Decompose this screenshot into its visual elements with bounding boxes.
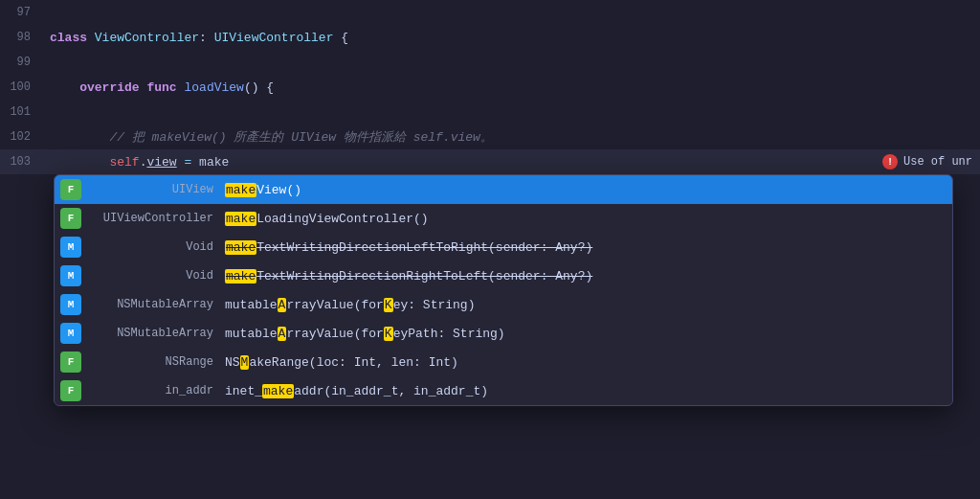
comment-line: // 把 makeView() 所產生的 UIView 物件指派給 self.v…	[50, 130, 493, 145]
error-icon: !	[882, 154, 898, 170]
item-icon-m-5: M	[60, 323, 81, 344]
line-number-103: 103	[0, 155, 46, 169]
keyword-override: override	[79, 80, 139, 95]
autocomplete-item-1[interactable]: F UIViewController makeLoadingViewContro…	[55, 204, 952, 233]
keyword-func: func	[146, 80, 176, 95]
type-uiviewcontroller: UIViewController	[214, 31, 334, 45]
item-signature-4: mutableArrayValue(forKey: String)	[225, 298, 941, 312]
line-content-102: // 把 makeView() 所產生的 UIView 物件指派給 self.v…	[46, 128, 980, 146]
item-signature-6: NSMakeRange(loc: Int, len: Int)	[225, 355, 941, 370]
item-type-4: NSMutableArray	[89, 298, 213, 311]
code-line-98: 98 class ViewController: UIViewControlle…	[0, 25, 980, 50]
line-number-99: 99	[0, 56, 46, 69]
autocomplete-item-6[interactable]: F NSRange NSMakeRange(loc: Int, len: Int…	[55, 348, 952, 376]
item-signature-5: mutableArrayValue(forKeyPath: String)	[225, 327, 941, 341]
code-line-102: 102 // 把 makeView() 所產生的 UIView 物件指派給 se…	[0, 125, 980, 149]
autocomplete-item-3[interactable]: M Void makeTextWritingDirectionRightToLe…	[55, 261, 952, 290]
item-signature-1: makeLoadingViewController()	[225, 212, 941, 226]
line-content-100: override func loadView() {	[46, 80, 980, 95]
item-icon-m-3: M	[60, 265, 81, 286]
code-line-97: 97	[0, 0, 980, 25]
line-number-102: 102	[0, 130, 46, 144]
keyword-class: class	[50, 31, 95, 45]
code-editor: 97 98 class ViewController: UIViewContro…	[0, 0, 980, 499]
item-type-6: NSRange	[89, 355, 213, 369]
type-viewcontroller: ViewController	[95, 31, 199, 45]
code-lines: 97 98 class ViewController: UIViewContro…	[0, 0, 980, 174]
item-type-1: UIViewController	[89, 212, 213, 225]
error-badge: ! Use of unr	[875, 149, 980, 174]
line-content-103: self.view = make	[46, 155, 980, 170]
code-line-100: 100 override func loadView() {	[0, 75, 980, 100]
item-signature-2: makeTextWritingDirectionLeftToRight(send…	[225, 240, 941, 255]
item-type-7: in_addr	[89, 384, 213, 397]
item-signature-7: inet_makeaddr(in_addr_t, in_addr_t)	[225, 384, 941, 398]
keyword-self: self	[109, 155, 139, 170]
item-icon-m-2: M	[60, 237, 81, 258]
item-signature-0: makeView()	[225, 183, 941, 197]
line-number-101: 101	[0, 105, 46, 119]
line-content-98: class ViewController: UIViewController {	[46, 31, 980, 45]
item-icon-f-6: F	[60, 352, 81, 373]
autocomplete-item-0[interactable]: F UIView makeView()	[55, 175, 952, 204]
autocomplete-dropdown[interactable]: F UIView makeView() F UIViewController m…	[54, 174, 953, 406]
autocomplete-item-4[interactable]: M NSMutableArray mutableArrayValue(forKe…	[55, 290, 952, 319]
item-icon-f-1: F	[60, 208, 81, 229]
item-icon-f-7: F	[60, 380, 81, 401]
item-icon-m-4: M	[60, 294, 81, 315]
item-type-2: Void	[89, 240, 213, 254]
item-icon-f-0: F	[60, 179, 81, 200]
autocomplete-item-2[interactable]: M Void makeTextWritingDirectionLeftToRig…	[55, 233, 952, 261]
code-line-103: 103 self.view = make ! Use of unr	[0, 149, 980, 174]
fn-loadview: loadView	[184, 80, 243, 95]
item-type-5: NSMutableArray	[89, 327, 213, 340]
identifier-make: make	[199, 155, 229, 170]
item-type-0: UIView	[89, 183, 213, 196]
item-type-3: Void	[89, 269, 213, 283]
autocomplete-item-7[interactable]: F in_addr inet_makeaddr(in_addr_t, in_ad…	[55, 376, 952, 405]
line-number-97: 97	[0, 6, 46, 19]
code-line-99: 99	[0, 50, 980, 75]
prop-view: view	[146, 155, 176, 170]
item-signature-3: makeTextWritingDirectionRightToLeft(send…	[225, 269, 941, 284]
line-number-98: 98	[0, 31, 46, 44]
error-text: Use of unr	[903, 155, 972, 169]
code-line-101: 101	[0, 100, 980, 125]
line-number-100: 100	[0, 80, 46, 94]
autocomplete-item-5[interactable]: M NSMutableArray mutableArrayValue(forKe…	[55, 319, 952, 348]
